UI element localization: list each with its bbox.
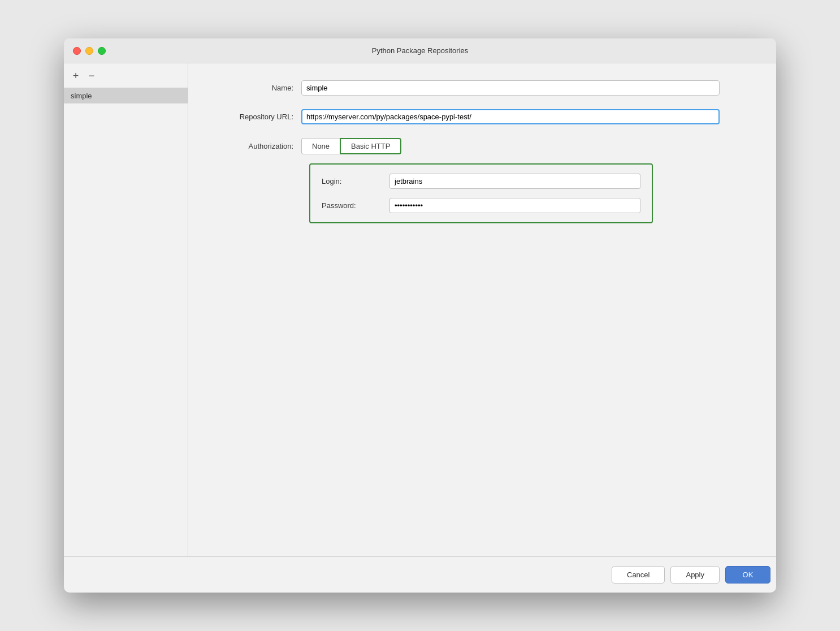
traffic-lights [73, 47, 106, 55]
password-row: Password: [322, 198, 640, 213]
minimize-button[interactable] [85, 47, 93, 55]
title-bar: Python Package Repositories [64, 38, 776, 63]
auth-basic-button[interactable]: Basic HTTP [340, 138, 401, 154]
auth-buttons: None Basic HTTP [301, 138, 401, 154]
auth-label: Authorization: [211, 142, 301, 150]
footer: Cancel Apply OK [64, 556, 776, 593]
auth-section: Login: Password: [309, 163, 653, 223]
sidebar-toolbar: + − [64, 63, 188, 88]
window-body: + − simple Name: Repository URL: [64, 63, 776, 556]
name-row: Name: [211, 80, 754, 96]
password-input[interactable] [389, 198, 640, 213]
login-row: Login: [322, 174, 640, 189]
auth-row: Authorization: None Basic HTTP [211, 138, 754, 154]
close-button[interactable] [73, 47, 81, 55]
main-panel: Name: Repository URL: Authorization: Non… [188, 63, 776, 556]
cancel-button[interactable]: Cancel [612, 566, 665, 584]
form-section: Name: Repository URL: Authorization: Non… [211, 80, 754, 539]
name-input[interactable] [301, 80, 720, 96]
repo-url-row: Repository URL: [211, 109, 754, 124]
remove-repo-button[interactable]: − [85, 70, 98, 82]
apply-button[interactable]: Apply [670, 566, 720, 584]
name-label: Name: [211, 84, 301, 92]
sidebar-item-simple[interactable]: simple [64, 88, 188, 103]
ok-button[interactable]: OK [725, 566, 770, 584]
login-label: Login: [322, 177, 389, 185]
sidebar: + − simple [64, 63, 188, 556]
login-input[interactable] [389, 174, 640, 189]
repo-url-input[interactable] [301, 109, 720, 124]
auth-none-button[interactable]: None [301, 138, 340, 154]
main-window: Python Package Repositories + − simple N… [64, 38, 776, 593]
maximize-button[interactable] [98, 47, 106, 55]
window-title: Python Package Repositories [372, 46, 469, 55]
add-repo-button[interactable]: + [70, 70, 82, 82]
repo-url-label: Repository URL: [211, 113, 301, 121]
repo-list: simple [64, 88, 188, 556]
auth-credentials-wrapper: Login: Password: [309, 163, 754, 223]
password-label: Password: [322, 201, 389, 210]
